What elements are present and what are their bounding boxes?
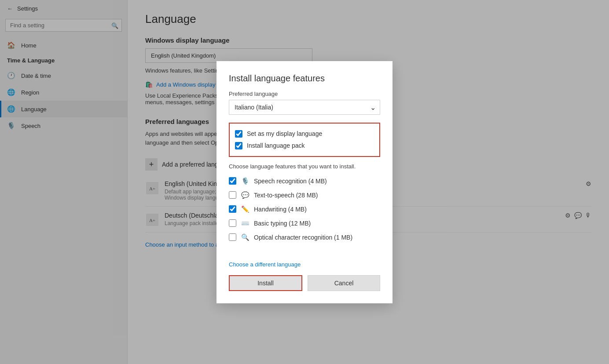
modal-preferred-lang-label: Preferred language: [229, 91, 380, 97]
modal-link-section: Choose a different language: [229, 253, 380, 268]
ocr-feature-icon: 🔍: [241, 233, 249, 242]
speech-feature-icon: 🎙️: [241, 177, 249, 186]
ocr-feature-label[interactable]: Optical character recognition (1 MB): [254, 234, 352, 241]
checkbox-install-pack: Install language pack: [235, 140, 374, 152]
tts-feature-icon: 💬: [241, 191, 249, 200]
feature-tts: 💬 Text-to-speech (28 MB): [229, 188, 380, 202]
tts-feature-label[interactable]: Text-to-speech (28 MB): [254, 192, 318, 199]
typing-feature-label[interactable]: Basic typing (12 MB): [254, 220, 311, 227]
checkbox-display-lang: Set as my display language: [235, 128, 374, 140]
feature-ocr: 🔍 Optical character recognition (1 MB): [229, 230, 380, 244]
install-pack-checkbox-label[interactable]: Install language pack: [247, 142, 305, 149]
choose-different-lang-link[interactable]: Choose a different language: [229, 261, 301, 268]
preferred-lang-select[interactable]: Italiano (Italia): [229, 100, 380, 115]
cancel-button[interactable]: Cancel: [308, 275, 380, 291]
checkbox-group-highlighted: Set as my display language Install langu…: [229, 123, 380, 157]
ocr-checkbox[interactable]: [229, 233, 236, 241]
modal-overlay: Install language features Preferred lang…: [0, 0, 609, 364]
display-lang-checkbox-label[interactable]: Set as my display language: [247, 130, 322, 137]
display-lang-checkbox[interactable]: [235, 130, 242, 138]
typing-feature-icon: ⌨️: [241, 219, 249, 228]
choose-features-label: Choose language features that you want t…: [229, 163, 380, 170]
install-pack-checkbox[interactable]: [235, 142, 242, 149]
handwriting-checkbox[interactable]: [229, 205, 236, 213]
typing-checkbox[interactable]: [229, 219, 236, 227]
feature-handwriting: ✏️ Handwriting (4 MB): [229, 202, 380, 216]
install-button[interactable]: Install: [229, 275, 302, 291]
feature-typing: ⌨️ Basic typing (12 MB): [229, 216, 380, 230]
modal-footer: Install Cancel: [229, 275, 380, 291]
tts-checkbox[interactable]: [229, 191, 236, 199]
modal-title: Install language features: [229, 73, 380, 84]
speech-checkbox[interactable]: [229, 177, 236, 185]
modal-dropdown-wrapper: Italiano (Italia) ⌄: [229, 100, 380, 115]
handwriting-feature-label[interactable]: Handwriting (4 MB): [254, 206, 307, 213]
feature-speech: 🎙️ Speech recognition (4 MB): [229, 174, 380, 188]
speech-feature-label[interactable]: Speech recognition (4 MB): [254, 178, 327, 185]
handwriting-feature-icon: ✏️: [241, 205, 249, 214]
install-language-modal: Install language features Preferred lang…: [216, 61, 393, 303]
